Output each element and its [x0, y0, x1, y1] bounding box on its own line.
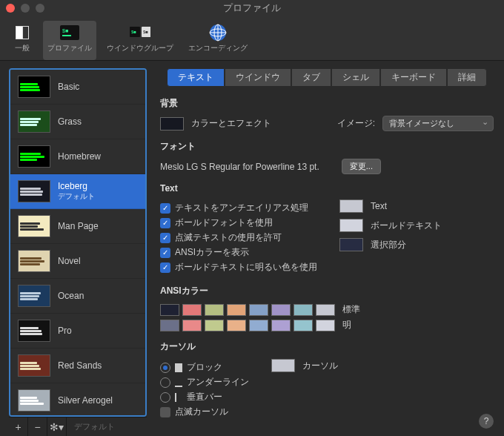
svg-rect-1	[16, 27, 22, 39]
sidebar-footer: + − ✻▾ デフォルト	[9, 417, 147, 436]
ansi-swatch[interactable]	[227, 304, 246, 316]
profile-item-iceberg[interactable]: Icebergデフォルト	[10, 174, 145, 209]
cursor-block-radio[interactable]: ブロック	[160, 361, 249, 374]
color-effects-label: カラーとエフェクト	[191, 117, 271, 130]
profile-item-novel[interactable]: Novel	[10, 244, 145, 279]
ansi-swatch[interactable]	[227, 320, 246, 331]
bold-bright-checkbox[interactable]: ✓ボールドテキストに明るい色を使用	[160, 261, 317, 274]
default-button[interactable]: デフォルト	[67, 421, 122, 432]
preferences-toolbar: 一般 $■ プロファイル $■$■ ウインドウグループ エンコーディング	[0, 16, 504, 61]
toolbar-general[interactable]: 一般	[7, 21, 37, 60]
ansi-row-label: 標準	[342, 303, 360, 316]
toolbar-profiles[interactable]: $■ プロファイル	[43, 21, 96, 60]
profile-item-basic[interactable]: Basic	[10, 70, 145, 105]
minimize-icon[interactable]	[21, 4, 30, 13]
ansi-swatch[interactable]	[294, 320, 313, 331]
encodings-icon	[208, 24, 228, 42]
cursor-underline-radio[interactable]: アンダーライン	[160, 376, 249, 389]
tab-3[interactable]: シェル	[331, 68, 380, 87]
profile-name: Basic	[58, 82, 79, 92]
profile-name: Novel	[58, 256, 81, 266]
ansi-swatch[interactable]	[182, 320, 202, 331]
profile-name: Pro	[58, 326, 72, 336]
svg-rect-2	[23, 27, 28, 39]
cursor-blink-checkbox[interactable]: 点滅カーソル	[160, 406, 249, 418]
font-description: Meslo LG S Regular for Powerline 13 pt.	[160, 162, 319, 172]
change-font-button[interactable]: 変更...	[342, 159, 381, 174]
traffic-lights	[6, 4, 44, 13]
tab-4[interactable]: キーボード	[380, 68, 447, 87]
profile-thumbnail	[18, 250, 50, 272]
window-groups-icon: $■$■	[130, 24, 150, 42]
general-icon	[12, 24, 33, 42]
ansi-swatch[interactable]	[316, 304, 335, 316]
blink-text-checkbox[interactable]: ✓点滅テキストの使用を許可	[160, 231, 317, 244]
profile-item-pro[interactable]: Pro	[10, 314, 145, 349]
add-profile-button[interactable]: +	[9, 417, 28, 437]
image-label: イメージ:	[337, 117, 375, 130]
profile-list[interactable]: BasicGrassHomebrewIcebergデフォルトMan PageNo…	[9, 68, 147, 417]
tab-0[interactable]: テキスト	[167, 68, 225, 87]
toolbar-general-label: 一般	[15, 43, 30, 53]
ansi-swatch[interactable]	[205, 304, 224, 316]
ansi-swatch[interactable]	[249, 320, 268, 331]
ansi-row-label: 明	[342, 319, 351, 331]
ansi-swatch[interactable]	[249, 304, 268, 316]
ansi-standard-row: 標準	[160, 303, 494, 316]
profile-thumbnail	[18, 354, 50, 377]
ansi-swatch[interactable]	[160, 304, 179, 316]
toolbar-encodings[interactable]: エンコーディング	[184, 21, 252, 60]
ansi-swatch[interactable]	[205, 320, 224, 331]
ansi-swatch[interactable]	[316, 320, 335, 331]
ansi-colors-checkbox[interactable]: ✓ANSIカラーを表示	[160, 246, 317, 259]
help-button[interactable]: ?	[479, 414, 494, 429]
background-color-swatch[interactable]	[160, 117, 184, 131]
profile-actions-button[interactable]: ✻▾	[47, 417, 67, 437]
tab-1[interactable]: ウインドウ	[225, 68, 291, 87]
profile-item-homebrew[interactable]: Homebrew	[10, 139, 145, 174]
profile-subtitle: デフォルト	[58, 191, 95, 202]
toolbar-encodings-label: エンコーディング	[188, 43, 248, 53]
close-icon[interactable]	[6, 4, 15, 13]
profile-item-silver-aerogel[interactable]: Silver Aerogel	[10, 383, 145, 417]
profile-item-grass[interactable]: Grass	[10, 105, 145, 139]
selection-color-swatch[interactable]	[339, 238, 363, 251]
toolbar-profiles-label: プロファイル	[47, 43, 92, 53]
profile-item-man-page[interactable]: Man Page	[10, 209, 145, 244]
ansi-swatch[interactable]	[271, 304, 291, 316]
ansi-swatch[interactable]	[271, 320, 291, 331]
profile-thumbnail	[18, 215, 50, 237]
bold-text-color-swatch[interactable]	[339, 219, 363, 232]
settings-tabs: テキストウインドウタブシェルキーボード詳細	[160, 68, 494, 87]
text-color-swatch[interactable]	[339, 199, 363, 213]
profile-name: Red Sands	[58, 360, 102, 371]
remove-profile-button[interactable]: −	[28, 417, 47, 437]
svg-text:$■: $■	[131, 30, 136, 34]
toolbar-window-groups[interactable]: $■$■ ウインドウグループ	[102, 21, 178, 60]
ansi-swatch[interactable]	[160, 320, 179, 331]
text-section-label: Text	[160, 183, 494, 194]
cursor-vbar-radio[interactable]: 垂直バー	[160, 391, 249, 403]
background-image-select[interactable]: 背景イメージなし	[382, 116, 494, 131]
profile-thumbnail	[18, 389, 50, 412]
bold-font-checkbox[interactable]: ✓ボールドフォントを使用	[160, 217, 317, 229]
zoom-icon[interactable]	[36, 4, 44, 13]
profile-thumbnail	[18, 320, 50, 342]
profile-name: Grass	[58, 116, 82, 127]
svg-rect-5	[62, 35, 71, 36]
ansi-swatch[interactable]	[294, 304, 313, 316]
ansi-section-label: ANSIカラー	[160, 285, 494, 297]
profiles-icon: $■	[59, 24, 80, 42]
profile-item-ocean[interactable]: Ocean	[10, 279, 145, 314]
background-section-label: 背景	[160, 97, 494, 110]
ansi-swatch[interactable]	[182, 304, 202, 316]
cursor-color-swatch[interactable]	[271, 359, 295, 372]
toolbar-window-groups-label: ウインドウグループ	[107, 43, 173, 53]
tab-5[interactable]: 詳細	[447, 68, 487, 87]
font-section-label: フォント	[160, 140, 494, 153]
profile-thumbnail	[18, 180, 50, 202]
svg-text:$■: $■	[62, 28, 68, 33]
profile-item-red-sands[interactable]: Red Sands	[10, 349, 145, 383]
antialias-checkbox[interactable]: ✓テキストをアンチエイリアス処理	[160, 202, 317, 214]
tab-2[interactable]: タブ	[291, 68, 331, 87]
